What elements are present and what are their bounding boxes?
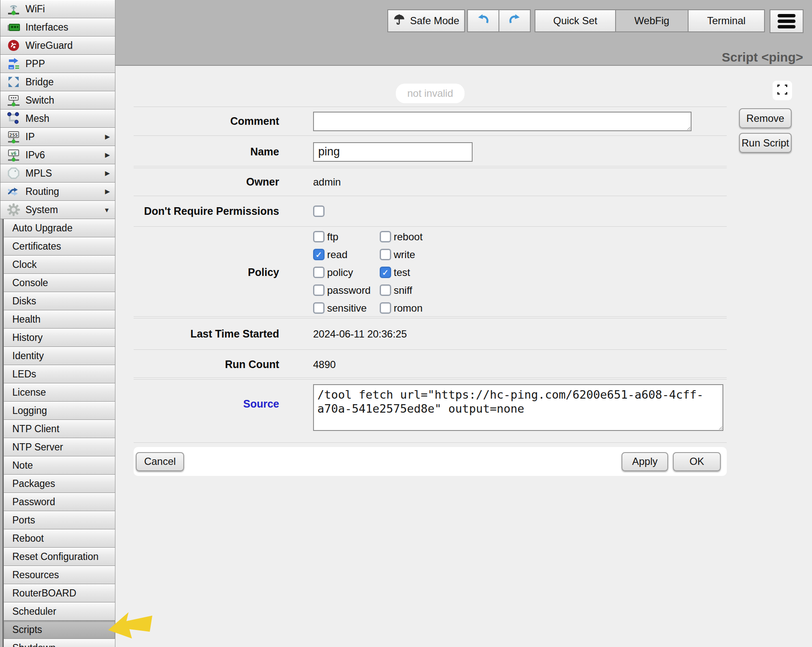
sidebar-item-ntp-client[interactable]: NTP Client (3, 419, 115, 438)
sidebar-item-packages[interactable]: Packages (3, 474, 115, 493)
sidebar-item-label: IP (25, 131, 35, 143)
owner-value: admin (313, 176, 727, 188)
sidebar-item-label: Note (12, 460, 33, 471)
ipv6-icon: v6 (6, 148, 21, 162)
sidebar-item-ntp-server[interactable]: NTP Server (3, 438, 115, 456)
policy-checkbox-sniff[interactable] (380, 284, 391, 296)
dont-require-permissions-checkbox[interactable] (313, 205, 325, 217)
ok-button[interactable]: OK (673, 452, 721, 471)
sidebar-item-password[interactable]: Password (3, 492, 115, 511)
tab-terminal[interactable]: Terminal (688, 9, 765, 32)
comment-row: Comment (134, 107, 727, 135)
sidebar-item-disks[interactable]: Disks (3, 292, 115, 310)
policy-checkbox-grid: ftp reboot read write policy test passwo… (313, 231, 423, 314)
policy-option-label[interactable]: sensitive (327, 302, 367, 314)
sidebar-item-identity[interactable]: Identity (3, 346, 115, 365)
tab-quick-set[interactable]: Quick Set (535, 9, 616, 32)
policy-option-label[interactable]: reboot (394, 231, 423, 243)
undo-button[interactable] (467, 9, 499, 32)
status-badge: not invalid (396, 84, 465, 103)
policy-option-label[interactable]: romon (394, 302, 423, 314)
sidebar-item-console[interactable]: Console (3, 273, 115, 292)
hamburger-menu-button[interactable] (770, 9, 804, 33)
sidebar-item-system[interactable]: System ▼ (0, 200, 115, 219)
sidebar-item-scripts[interactable]: Scripts (3, 620, 115, 639)
safe-mode-label: Safe Mode (410, 15, 459, 27)
sidebar-item-routerboard[interactable]: RouterBOARD (3, 584, 115, 602)
policy-option-sensitive: sensitive (313, 302, 380, 314)
interfaces-icon (6, 20, 21, 34)
policy-checkbox-ftp[interactable] (313, 231, 325, 242)
sidebar-top-items: WiFi Interfaces WireGuard PPP Bridge Swi… (0, 0, 115, 219)
sidebar-item-routing[interactable]: Routing ▶ (0, 182, 115, 201)
sidebar-item-wireguard[interactable]: WireGuard (0, 36, 115, 55)
submenu-arrow-icon: ▼ (104, 206, 110, 214)
policy-option-label[interactable]: ftp (327, 231, 339, 243)
undo-redo-group (467, 9, 531, 32)
sidebar-item-license[interactable]: License (3, 383, 115, 402)
apply-button[interactable]: Apply (622, 452, 668, 471)
comment-label: Comment (134, 115, 279, 127)
sidebar-item-label: Password (12, 496, 55, 508)
sidebar-item-reset-configuration[interactable]: Reset Configuration (3, 547, 115, 566)
sidebar-item-clock[interactable]: Clock (3, 255, 115, 274)
tab-webfig[interactable]: WebFig (615, 9, 689, 32)
source-input[interactable]: /tool fetch url="https://hc-ping.com/620… (313, 384, 723, 431)
sidebar-item-switch[interactable]: Switch (0, 91, 115, 110)
remove-button[interactable]: Remove (739, 108, 792, 128)
sidebar-item-resources[interactable]: Resources (3, 565, 115, 584)
sidebar-item-scheduler[interactable]: Scheduler (3, 602, 115, 621)
script-form: not invalid Comment Name Owner admin Don… (134, 66, 727, 476)
policy-option-reboot: reboot (380, 231, 423, 243)
sidebar-item-auto-upgrade[interactable]: Auto Upgrade (3, 219, 115, 237)
safe-mode-button[interactable]: Safe Mode (387, 9, 465, 32)
sidebar-item-label: Shutdown (12, 642, 56, 647)
sidebar-item-ipv6[interactable]: v6 IPv6 ▶ (0, 146, 115, 164)
policy-option-label[interactable]: write (394, 249, 415, 261)
sidebar-item-interfaces[interactable]: Interfaces (0, 18, 115, 37)
fullscreen-button[interactable] (773, 81, 792, 100)
dont-require-permissions-row: Don't Require Permissions (134, 196, 727, 226)
sidebar-item-logging[interactable]: Logging (3, 401, 115, 420)
submenu-arrow-icon: ▶ (105, 133, 110, 141)
sidebar-item-mpls[interactable]: MPLS ▶ (0, 164, 115, 183)
sidebar-item-bridge[interactable]: Bridge (0, 73, 115, 91)
sidebar-item-health[interactable]: Health (3, 310, 115, 329)
comment-input[interactable] (313, 112, 692, 131)
policy-option-label[interactable]: test (394, 267, 410, 278)
name-input[interactable] (313, 142, 473, 162)
sidebar-item-shutdown[interactable]: Shutdown (3, 639, 115, 647)
sidebar-item-leds[interactable]: LEDs (3, 365, 115, 383)
redo-button[interactable] (498, 9, 531, 32)
policy-checkbox-reboot[interactable] (380, 231, 391, 242)
policy-checkbox-read[interactable] (313, 249, 325, 260)
policy-option-label[interactable]: policy (327, 267, 353, 278)
cancel-button[interactable]: Cancel (136, 452, 184, 471)
policy-option-label[interactable]: read (327, 249, 347, 261)
run-script-button[interactable]: Run Script (739, 133, 792, 153)
sidebar-item-history[interactable]: History (3, 328, 115, 347)
policy-option-label[interactable]: password (327, 284, 371, 296)
sidebar-item-ip[interactable]: 255 IP ▶ (0, 127, 115, 146)
policy-checkbox-password[interactable] (313, 284, 325, 296)
undo-icon (476, 12, 490, 29)
policy-option-label[interactable]: sniff (394, 284, 412, 296)
policy-checkbox-write[interactable] (380, 249, 391, 260)
sidebar-item-ppp[interactable]: PPP (0, 54, 115, 73)
sidebar-item-mesh[interactable]: Mesh (0, 109, 115, 128)
sidebar-item-wifi[interactable]: WiFi (0, 0, 115, 18)
sidebar-item-reboot[interactable]: Reboot (3, 529, 115, 548)
sidebar-item-ports[interactable]: Ports (3, 511, 115, 529)
sidebar-item-label: Scheduler (12, 606, 56, 617)
policy-option-ftp: ftp (313, 231, 380, 243)
policy-checkbox-policy[interactable] (313, 267, 325, 278)
sidebar-item-note[interactable]: Note (3, 456, 115, 475)
sidebar-item-label: Resources (12, 569, 59, 581)
sidebar-item-certificates[interactable]: Certificates (3, 237, 115, 256)
sidebar-item-label: Packages (12, 478, 55, 489)
sidebar-item-label: MPLS (25, 168, 52, 179)
policy-checkbox-romon[interactable] (380, 302, 391, 314)
policy-checkbox-sensitive[interactable] (313, 302, 325, 314)
last-time-started-row: Last Time Started 2024-06-11 20:36:25 (134, 318, 727, 349)
policy-checkbox-test[interactable] (380, 267, 391, 278)
